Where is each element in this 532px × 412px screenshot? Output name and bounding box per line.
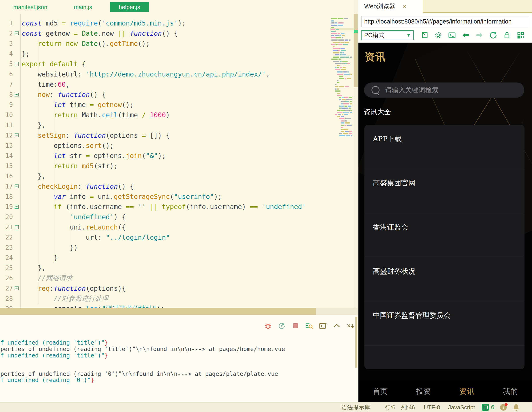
collapse-up-icon[interactable] (332, 322, 341, 330)
fold-marker-icon[interactable] (13, 273, 20, 283)
fold-marker-icon[interactable] (13, 151, 20, 161)
fold-marker-icon[interactable] (13, 110, 20, 120)
code-line-24[interactable]: 24 } (0, 253, 330, 263)
code-line-1[interactable]: 1const md5 = require('common/md5.min.js'… (0, 18, 330, 28)
update-icon[interactable]: ↓ (500, 404, 507, 411)
code-line-2[interactable]: 2const getnow = Date.now || function() { (0, 28, 330, 38)
code-editor[interactable]: 1const md5 = require('common/md5.min.js'… (0, 14, 330, 308)
fold-marker-icon[interactable] (13, 253, 20, 263)
fold-marker-icon[interactable] (13, 38, 20, 48)
url-bar[interactable] (361, 16, 529, 27)
qr-grid-icon[interactable] (516, 31, 525, 40)
fold-marker-icon[interactable] (13, 100, 20, 110)
fold-marker-icon[interactable] (13, 232, 20, 242)
fold-marker-icon[interactable] (13, 171, 20, 181)
fold-marker-icon[interactable] (13, 69, 20, 79)
forward-icon[interactable] (475, 31, 484, 40)
app-tab-首页[interactable]: 首页 (358, 380, 402, 402)
app-tab-我的[interactable]: 我的 (489, 380, 532, 402)
app-tab-投资[interactable]: 投资 (402, 380, 445, 402)
list-item[interactable]: 香港证监会 (364, 213, 524, 257)
code-line-12[interactable]: 12 setSign: function(options = []) { (0, 130, 330, 140)
settings-gear-icon[interactable] (434, 31, 443, 40)
message-bubble-icon[interactable] (482, 404, 489, 411)
code-line-22[interactable]: 22 url: "../login/login" (0, 232, 330, 242)
fold-marker-icon[interactable] (13, 89, 20, 100)
list-item[interactable]: 高盛集团官网 (364, 169, 524, 213)
code-line-13[interactable]: 13 options.sort(); (0, 140, 330, 151)
open-external-icon[interactable] (420, 31, 429, 40)
code-line-28[interactable]: 28 //对参数进行处理 (0, 293, 330, 304)
code-line-7[interactable]: 7 time:60, (0, 79, 330, 89)
fold-marker-icon[interactable] (13, 304, 20, 308)
list-item[interactable]: APP下载 (364, 125, 524, 169)
statusbar-language[interactable]: JavaScript (448, 404, 475, 411)
fold-marker-icon[interactable] (13, 242, 20, 253)
code-line-10[interactable]: 10 return Math.ceil(time / 1000) (0, 110, 330, 120)
editor-tab-helper.js[interactable]: helper.js (110, 2, 149, 12)
code-line-4[interactable]: 4}; (0, 48, 330, 59)
url-input[interactable] (361, 16, 529, 27)
hscroll-thumb[interactable] (0, 308, 316, 315)
new-terminal-icon[interactable] (319, 322, 327, 330)
code-line-8[interactable]: 8 now: function() { (0, 89, 330, 100)
unlock-icon[interactable] (503, 31, 511, 40)
code-line-6[interactable]: 6 websiteUrl: 'http://demo.zhuochuangyun… (0, 69, 330, 79)
filter-search-icon[interactable] (305, 322, 314, 330)
code-line-11[interactable]: 11 }, (0, 120, 330, 130)
editor-vertical-scrollbar[interactable] (354, 0, 358, 315)
fold-marker-icon[interactable] (13, 201, 20, 212)
list-item[interactable]: 中国证券监督管理委员会 (364, 301, 524, 345)
clear-scroll-icon[interactable] (346, 322, 355, 330)
code-line-23[interactable]: 23 }) (0, 242, 330, 253)
mode-select[interactable]: PC模式 ▼ (361, 30, 414, 40)
back-icon[interactable] (461, 31, 470, 40)
statusbar-line[interactable]: 行:6 (385, 403, 395, 411)
code-line-14[interactable]: 14 let str = options.join("&"); (0, 151, 330, 161)
code-line-16[interactable]: 16 }, (0, 171, 330, 181)
code-line-29[interactable]: 29 console.log("测试请求的地址"); (0, 304, 330, 308)
editor-tab-manifest.json[interactable]: manifest.json (4, 2, 56, 12)
statusbar-column[interactable]: 列:46 (401, 403, 415, 411)
editor-tab-main.js[interactable]: main.js (65, 2, 101, 12)
editor-horizontal-scrollbar[interactable] (0, 308, 358, 315)
fold-marker-icon[interactable] (13, 18, 20, 28)
fold-marker-icon[interactable] (13, 140, 20, 151)
browser-tab[interactable]: Web浏览器 × (358, 0, 412, 13)
fold-marker-icon[interactable] (13, 59, 20, 69)
code-line-27[interactable]: 27 req:function(options){ (0, 283, 330, 293)
fold-marker-icon[interactable] (13, 120, 20, 130)
minimap[interactable] (330, 14, 354, 152)
refresh-icon[interactable] (489, 31, 498, 40)
search-bar[interactable]: 请输入关键词检索 (364, 83, 524, 97)
code-line-3[interactable]: 3 return new Date().getTime(); (0, 38, 330, 48)
fold-marker-icon[interactable] (13, 181, 20, 191)
statusbar-syntax-lib[interactable]: 语法提示库 (341, 403, 370, 411)
stop-icon[interactable] (291, 322, 300, 330)
terminal-icon[interactable] (447, 31, 456, 40)
fold-marker-icon[interactable] (13, 79, 20, 89)
code-line-25[interactable]: 25 }, (0, 263, 330, 273)
fold-marker-icon[interactable] (13, 212, 20, 222)
code-line-18[interactable]: 18 var info = uni.getStorageSync("userin… (0, 191, 330, 201)
statusbar-encoding[interactable]: UTF-8 (424, 404, 440, 411)
fold-marker-icon[interactable] (13, 48, 20, 59)
restart-icon[interactable] (277, 322, 286, 330)
fold-marker-icon[interactable] (13, 283, 20, 293)
fold-marker-icon[interactable] (13, 293, 20, 304)
close-icon[interactable]: × (403, 3, 406, 10)
debug-icon[interactable] (264, 322, 272, 330)
fold-marker-icon[interactable] (13, 191, 20, 201)
app-tab-资讯[interactable]: 资讯 (445, 380, 489, 402)
code-line-5[interactable]: 5export default { (0, 59, 330, 69)
code-line-20[interactable]: 20 'undefined') { (0, 212, 330, 222)
vscroll-thumb[interactable] (354, 14, 358, 87)
code-line-19[interactable]: 19 if (info.username == '' || typeof(inf… (0, 201, 330, 212)
list-item[interactable]: 高盛财务状况 (364, 257, 524, 301)
fold-marker-icon[interactable] (13, 222, 20, 232)
fold-marker-icon[interactable] (13, 263, 20, 273)
code-line-9[interactable]: 9 let time = getnow(); (0, 100, 330, 110)
fold-marker-icon[interactable] (13, 161, 20, 171)
code-line-17[interactable]: 17 checkLogin: function() { (0, 181, 330, 191)
fold-marker-icon[interactable] (13, 28, 20, 38)
